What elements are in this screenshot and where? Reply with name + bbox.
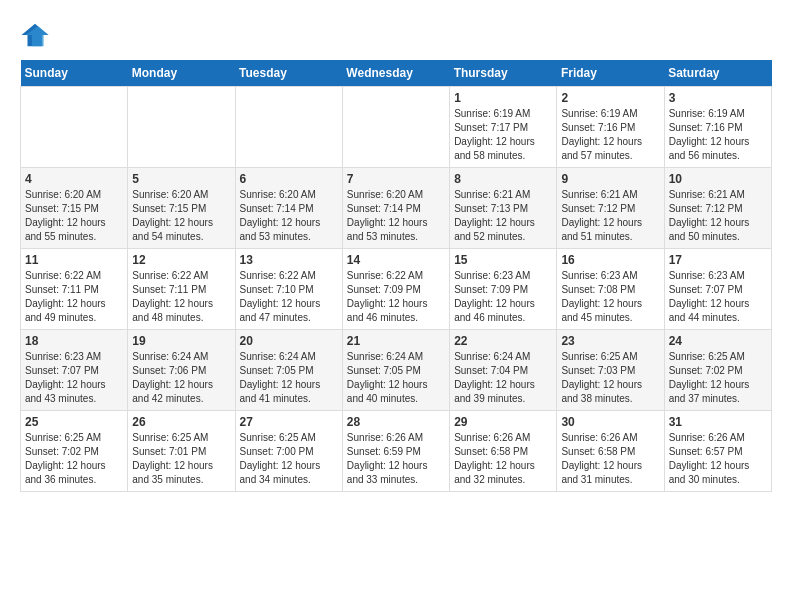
weekday-header-thursday: Thursday: [450, 60, 557, 87]
day-number: 16: [561, 253, 659, 267]
calendar-cell: 2Sunrise: 6:19 AM Sunset: 7:16 PM Daylig…: [557, 87, 664, 168]
calendar-cell: 23Sunrise: 6:25 AM Sunset: 7:03 PM Dayli…: [557, 330, 664, 411]
calendar-cell: 22Sunrise: 6:24 AM Sunset: 7:04 PM Dayli…: [450, 330, 557, 411]
day-number: 26: [132, 415, 230, 429]
calendar-cell: 29Sunrise: 6:26 AM Sunset: 6:58 PM Dayli…: [450, 411, 557, 492]
weekday-header-tuesday: Tuesday: [235, 60, 342, 87]
day-info: Sunrise: 6:22 AM Sunset: 7:11 PM Dayligh…: [25, 269, 123, 325]
day-info: Sunrise: 6:23 AM Sunset: 7:08 PM Dayligh…: [561, 269, 659, 325]
day-info: Sunrise: 6:21 AM Sunset: 7:12 PM Dayligh…: [669, 188, 767, 244]
calendar-cell: 13Sunrise: 6:22 AM Sunset: 7:10 PM Dayli…: [235, 249, 342, 330]
day-info: Sunrise: 6:22 AM Sunset: 7:11 PM Dayligh…: [132, 269, 230, 325]
day-number: 17: [669, 253, 767, 267]
day-number: 24: [669, 334, 767, 348]
calendar-cell: 10Sunrise: 6:21 AM Sunset: 7:12 PM Dayli…: [664, 168, 771, 249]
day-number: 10: [669, 172, 767, 186]
day-info: Sunrise: 6:19 AM Sunset: 7:16 PM Dayligh…: [561, 107, 659, 163]
day-info: Sunrise: 6:25 AM Sunset: 7:02 PM Dayligh…: [669, 350, 767, 406]
day-number: 19: [132, 334, 230, 348]
day-number: 3: [669, 91, 767, 105]
day-info: Sunrise: 6:22 AM Sunset: 7:10 PM Dayligh…: [240, 269, 338, 325]
calendar-cell: 28Sunrise: 6:26 AM Sunset: 6:59 PM Dayli…: [342, 411, 449, 492]
calendar-cell: 3Sunrise: 6:19 AM Sunset: 7:16 PM Daylig…: [664, 87, 771, 168]
calendar-cell: 31Sunrise: 6:26 AM Sunset: 6:57 PM Dayli…: [664, 411, 771, 492]
day-number: 7: [347, 172, 445, 186]
calendar-week-row: 25Sunrise: 6:25 AM Sunset: 7:02 PM Dayli…: [21, 411, 772, 492]
page-header: [20, 20, 772, 50]
day-info: Sunrise: 6:26 AM Sunset: 6:59 PM Dayligh…: [347, 431, 445, 487]
day-number: 8: [454, 172, 552, 186]
calendar-cell: 16Sunrise: 6:23 AM Sunset: 7:08 PM Dayli…: [557, 249, 664, 330]
day-number: 13: [240, 253, 338, 267]
day-number: 5: [132, 172, 230, 186]
calendar-table: SundayMondayTuesdayWednesdayThursdayFrid…: [20, 60, 772, 492]
day-info: Sunrise: 6:20 AM Sunset: 7:14 PM Dayligh…: [240, 188, 338, 244]
calendar-cell: [342, 87, 449, 168]
calendar-cell: 8Sunrise: 6:21 AM Sunset: 7:13 PM Daylig…: [450, 168, 557, 249]
calendar-cell: 21Sunrise: 6:24 AM Sunset: 7:05 PM Dayli…: [342, 330, 449, 411]
day-info: Sunrise: 6:23 AM Sunset: 7:07 PM Dayligh…: [669, 269, 767, 325]
calendar-cell: 17Sunrise: 6:23 AM Sunset: 7:07 PM Dayli…: [664, 249, 771, 330]
day-info: Sunrise: 6:19 AM Sunset: 7:17 PM Dayligh…: [454, 107, 552, 163]
day-number: 1: [454, 91, 552, 105]
calendar-cell: 1Sunrise: 6:19 AM Sunset: 7:17 PM Daylig…: [450, 87, 557, 168]
calendar-cell: 26Sunrise: 6:25 AM Sunset: 7:01 PM Dayli…: [128, 411, 235, 492]
calendar-cell: 18Sunrise: 6:23 AM Sunset: 7:07 PM Dayli…: [21, 330, 128, 411]
day-number: 27: [240, 415, 338, 429]
day-number: 21: [347, 334, 445, 348]
day-info: Sunrise: 6:23 AM Sunset: 7:09 PM Dayligh…: [454, 269, 552, 325]
calendar-cell: 6Sunrise: 6:20 AM Sunset: 7:14 PM Daylig…: [235, 168, 342, 249]
weekday-header-saturday: Saturday: [664, 60, 771, 87]
day-number: 4: [25, 172, 123, 186]
weekday-header-wednesday: Wednesday: [342, 60, 449, 87]
day-number: 12: [132, 253, 230, 267]
weekday-header-friday: Friday: [557, 60, 664, 87]
day-number: 9: [561, 172, 659, 186]
day-number: 20: [240, 334, 338, 348]
calendar-cell: 27Sunrise: 6:25 AM Sunset: 7:00 PM Dayli…: [235, 411, 342, 492]
weekday-header-sunday: Sunday: [21, 60, 128, 87]
day-info: Sunrise: 6:20 AM Sunset: 7:14 PM Dayligh…: [347, 188, 445, 244]
calendar-week-row: 1Sunrise: 6:19 AM Sunset: 7:17 PM Daylig…: [21, 87, 772, 168]
logo: [20, 20, 54, 50]
calendar-cell: 9Sunrise: 6:21 AM Sunset: 7:12 PM Daylig…: [557, 168, 664, 249]
day-info: Sunrise: 6:26 AM Sunset: 6:58 PM Dayligh…: [561, 431, 659, 487]
calendar-cell: 20Sunrise: 6:24 AM Sunset: 7:05 PM Dayli…: [235, 330, 342, 411]
weekday-header-row: SundayMondayTuesdayWednesdayThursdayFrid…: [21, 60, 772, 87]
calendar-cell: 12Sunrise: 6:22 AM Sunset: 7:11 PM Dayli…: [128, 249, 235, 330]
calendar-week-row: 11Sunrise: 6:22 AM Sunset: 7:11 PM Dayli…: [21, 249, 772, 330]
day-info: Sunrise: 6:24 AM Sunset: 7:04 PM Dayligh…: [454, 350, 552, 406]
calendar-week-row: 4Sunrise: 6:20 AM Sunset: 7:15 PM Daylig…: [21, 168, 772, 249]
day-number: 22: [454, 334, 552, 348]
day-info: Sunrise: 6:26 AM Sunset: 6:58 PM Dayligh…: [454, 431, 552, 487]
day-info: Sunrise: 6:19 AM Sunset: 7:16 PM Dayligh…: [669, 107, 767, 163]
calendar-cell: 4Sunrise: 6:20 AM Sunset: 7:15 PM Daylig…: [21, 168, 128, 249]
day-number: 29: [454, 415, 552, 429]
day-number: 30: [561, 415, 659, 429]
calendar-cell: 15Sunrise: 6:23 AM Sunset: 7:09 PM Dayli…: [450, 249, 557, 330]
weekday-header-monday: Monday: [128, 60, 235, 87]
day-number: 11: [25, 253, 123, 267]
day-info: Sunrise: 6:26 AM Sunset: 6:57 PM Dayligh…: [669, 431, 767, 487]
calendar-cell: 11Sunrise: 6:22 AM Sunset: 7:11 PM Dayli…: [21, 249, 128, 330]
day-info: Sunrise: 6:21 AM Sunset: 7:13 PM Dayligh…: [454, 188, 552, 244]
calendar-cell: 24Sunrise: 6:25 AM Sunset: 7:02 PM Dayli…: [664, 330, 771, 411]
day-info: Sunrise: 6:24 AM Sunset: 7:05 PM Dayligh…: [240, 350, 338, 406]
day-number: 28: [347, 415, 445, 429]
calendar-cell: [21, 87, 128, 168]
day-info: Sunrise: 6:22 AM Sunset: 7:09 PM Dayligh…: [347, 269, 445, 325]
calendar-cell: [235, 87, 342, 168]
day-info: Sunrise: 6:25 AM Sunset: 7:03 PM Dayligh…: [561, 350, 659, 406]
day-number: 31: [669, 415, 767, 429]
logo-icon: [20, 20, 50, 50]
day-info: Sunrise: 6:21 AM Sunset: 7:12 PM Dayligh…: [561, 188, 659, 244]
day-number: 23: [561, 334, 659, 348]
calendar-week-row: 18Sunrise: 6:23 AM Sunset: 7:07 PM Dayli…: [21, 330, 772, 411]
day-number: 14: [347, 253, 445, 267]
calendar-cell: 19Sunrise: 6:24 AM Sunset: 7:06 PM Dayli…: [128, 330, 235, 411]
day-info: Sunrise: 6:20 AM Sunset: 7:15 PM Dayligh…: [132, 188, 230, 244]
calendar-cell: 25Sunrise: 6:25 AM Sunset: 7:02 PM Dayli…: [21, 411, 128, 492]
day-info: Sunrise: 6:24 AM Sunset: 7:05 PM Dayligh…: [347, 350, 445, 406]
day-number: 6: [240, 172, 338, 186]
day-number: 15: [454, 253, 552, 267]
